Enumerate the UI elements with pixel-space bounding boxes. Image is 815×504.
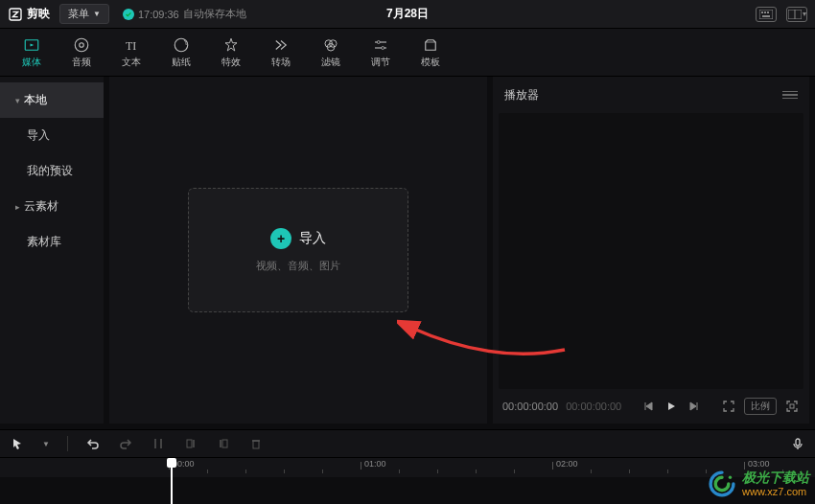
tab-media[interactable]: 媒体 [8,33,56,73]
delete-right-icon[interactable] [216,436,231,451]
player-controls: 00:00:00:00 00:00:00:00 比例 [493,389,809,424]
time-total: 00:00:00:00 [566,401,621,412]
split-icon[interactable] [151,436,166,451]
import-subtext: 视频、音频、图片 [256,259,340,273]
fullscreen-icon[interactable] [784,399,800,414]
timeline-toolbar: ▼ [0,429,815,458]
play-icon[interactable] [664,399,679,414]
redo-icon[interactable] [118,436,133,451]
svg-rect-5 [762,15,770,17]
app-logo: 剪映 [8,6,50,22]
svg-rect-21 [790,404,794,408]
svg-point-17 [377,40,380,43]
player-title: 播放器 [504,87,539,103]
player-viewport [499,113,803,389]
transition-icon [272,36,290,54]
time-current: 00:00:00:00 [502,401,558,412]
svg-point-10 [80,42,84,47]
check-icon [123,9,134,20]
tab-effect[interactable]: 特效 [207,33,255,73]
plus-icon: + [270,228,291,249]
svg-point-19 [382,46,384,49]
effect-icon [222,36,240,54]
sidebar-item-import[interactable]: 导入 [0,118,104,153]
keyboard-icon[interactable] [756,7,777,22]
project-title: 7月28日 [386,6,429,22]
player-panel: 播放器 00:00:00:00 00:00:00:00 比例 [493,77,809,424]
sidebar-item-preset[interactable]: 我的预设 [0,153,104,189]
adjust-icon [372,36,389,54]
title-bar: 剪映 菜单 ▼ 17:09:36 自动保存本地 7月28日 ▾ [0,0,815,29]
svg-rect-3 [764,11,766,13]
ratio-button[interactable]: 比例 [744,398,777,415]
prev-frame-icon[interactable] [640,399,656,414]
sidebar-item-cloud[interactable]: ▸云素材 [0,189,104,224]
media-stage: + 导入 视频、音频、图片 [109,77,487,424]
focus-icon[interactable] [721,399,736,414]
delete-icon[interactable] [248,436,264,451]
svg-rect-28 [253,441,259,448]
chevron-down-icon: ▼ [93,10,101,18]
tool-tabs: 媒体 音频 TI 文本 贴纸 特效 转场 滤镜 调节 模板 [0,29,815,77]
mic-icon[interactable] [790,436,805,451]
import-dropzone[interactable]: + 导入 视频、音频、图片 [188,188,408,312]
audio-icon [73,36,90,54]
player-menu-icon[interactable] [782,91,798,100]
caret-right-icon: ▸ [15,202,20,212]
svg-point-12 [175,38,188,52]
template-icon [422,36,439,54]
autosave-text: 自动保存本地 [183,7,246,21]
svg-rect-27 [222,440,227,447]
undo-icon[interactable] [85,436,101,451]
sidebar-item-local[interactable]: ▾本地 [0,82,104,118]
caret-down-icon: ▾ [15,96,20,105]
chevron-down-icon[interactable]: ▼ [42,440,50,448]
delete-left-icon[interactable] [183,436,198,451]
tab-transition[interactable]: 转场 [257,33,305,73]
next-frame-icon[interactable] [687,399,702,414]
watermark: 极光下载站 www.xz7.com [706,468,809,500]
autosave-time: 17:09:36 [138,9,179,20]
svg-rect-1 [759,10,773,19]
sticker-icon [173,36,190,54]
media-icon [23,36,40,54]
autosave-status: 17:09:36 自动保存本地 [123,7,246,21]
svg-point-31 [729,476,732,479]
svg-text:TI: TI [126,38,136,52]
tab-template[interactable]: 模板 [407,33,454,73]
logo-icon [8,7,23,22]
svg-rect-2 [761,11,763,13]
timeline-tracks[interactable] [0,477,815,504]
tab-filter[interactable]: 滤镜 [307,33,355,73]
svg-rect-4 [767,11,769,13]
tab-audio[interactable]: 音频 [58,33,105,73]
filter-icon [322,36,339,54]
sidebar-item-library[interactable]: 素材库 [0,224,104,260]
media-sidebar: ▾本地 导入 我的预设 ▸云素材 素材库 [0,77,104,424]
tab-text[interactable]: TI 文本 [107,33,155,73]
playhead[interactable] [167,458,176,504]
svg-point-9 [75,38,88,52]
import-label: 导入 [299,230,326,247]
tab-adjust[interactable]: 调节 [357,33,405,73]
app-name: 剪映 [27,6,50,22]
menu-button[interactable]: 菜单 ▼ [59,4,109,24]
main-area: ▾本地 导入 我的预设 ▸云素材 素材库 + 导入 视频、音频、图片 播放器 0… [0,77,815,429]
cursor-tool-icon[interactable] [10,436,25,451]
tab-sticker[interactable]: 贴纸 [157,33,205,73]
layout-icon[interactable]: ▾ [786,7,807,22]
watermark-icon [706,468,738,500]
svg-rect-24 [187,440,192,447]
svg-rect-30 [796,439,800,446]
text-icon: TI [123,36,140,54]
timeline-ruler[interactable]: 00:00 01:00 02:00 03:00 [0,458,815,477]
